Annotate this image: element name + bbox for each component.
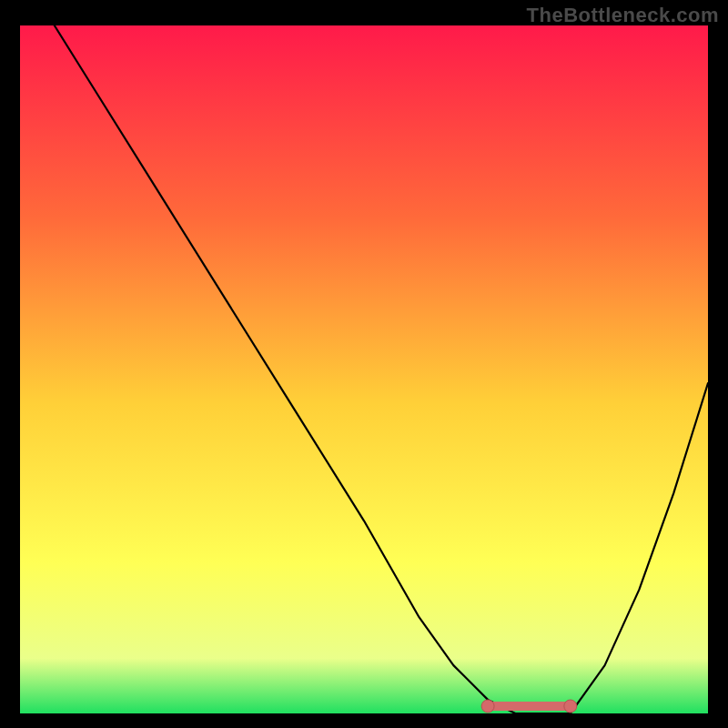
watermark-text: TheBottleneck.com [527,4,719,27]
chart-frame: TheBottleneck.com [0,0,728,728]
gradient-background [20,25,708,713]
marker-flat-start [481,700,494,713]
plot-area [20,25,708,713]
chart-svg [20,25,708,713]
marker-flat-end [564,700,577,713]
